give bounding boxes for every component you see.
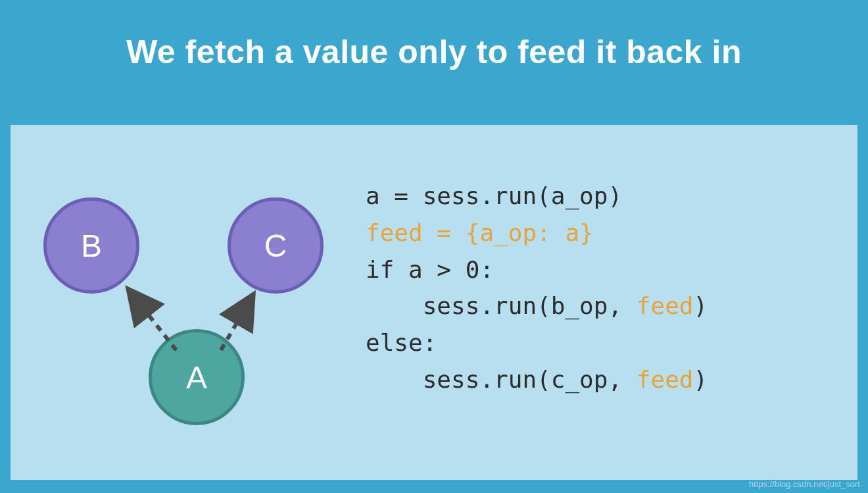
slide-title: We fetch a value only to feed it back in (0, 0, 868, 71)
node-a: A (149, 329, 245, 425)
graph-diagram: B C A (30, 184, 346, 434)
code-line-4-pre: sess.run(b_op, (366, 292, 637, 319)
node-c-label: C (264, 228, 287, 264)
code-block: a = sess.run(a_op) feed = {a_op: a} if a… (366, 178, 708, 398)
content-panel: B C A a = sess.run(a_op) feed = {a_op: (11, 125, 857, 480)
code-line-6-post: ) (694, 366, 708, 393)
code-line-3: if a > 0: (366, 256, 494, 283)
code-line-4-hl: feed (637, 292, 694, 319)
slide: We fetch a value only to feed it back in… (0, 0, 868, 493)
code-line-5: else: (366, 329, 437, 356)
code-line-6-hl: feed (637, 366, 694, 393)
code-line-1: a = sess.run(a_op) (366, 182, 622, 209)
node-b: B (43, 197, 139, 294)
code-line-2: feed = {a_op: a} (366, 219, 594, 246)
node-c: C (228, 197, 324, 294)
node-a-label: A (186, 359, 207, 396)
watermark-text: https://blog.csdn.net/just_sort (749, 479, 860, 489)
node-b-label: B (81, 228, 102, 264)
code-line-6-pre: sess.run(c_op, (366, 366, 637, 393)
code-line-4-post: ) (694, 292, 708, 319)
